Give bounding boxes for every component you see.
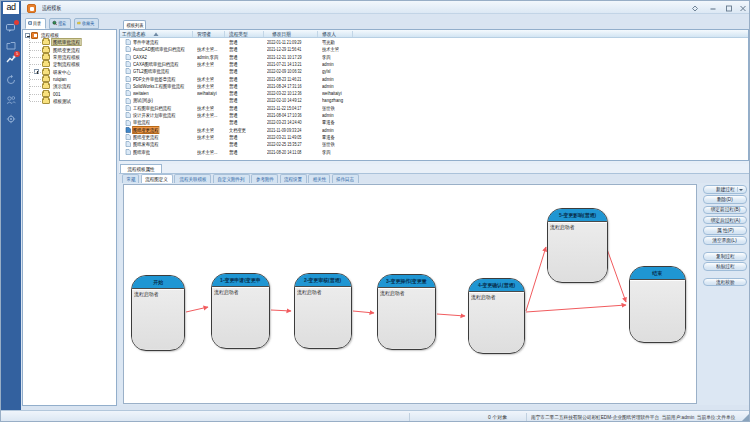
flow-arrow: [186, 307, 208, 312]
table-row[interactable]: 图纸审批 技术主管... 普通 2021-08-20 14:11:08 李四: [120, 148, 748, 155]
column-separator: [192, 31, 193, 37]
flow-node-body: 流程启动者: [132, 289, 184, 349]
workflow-icon: [125, 98, 131, 104]
folder-icon: [42, 54, 50, 60]
tree-item[interactable]: 演示流程: [42, 83, 74, 90]
page-title: 流程模板: [42, 4, 61, 13]
sidebar-icon[interactable]: [5, 113, 17, 125]
designer-button[interactable]: 复制过程: [703, 252, 747, 261]
table-row[interactable]: weitaien weihaitaiyi 普通 2022-03-22 10:12…: [120, 89, 748, 96]
folder-icon: [42, 76, 50, 82]
table-row[interactable]: GTL2图纸审批流程 普通 2022-02-09 10:06:32 gylsl: [120, 67, 748, 74]
column-header-type[interactable]: 流程类型: [229, 31, 248, 38]
column-header-name[interactable]: 工作流名称: [122, 31, 145, 38]
flow-node-header: 5-变更影响(普通): [548, 209, 607, 222]
column-header-date[interactable]: 修改日期: [272, 31, 291, 38]
close-button[interactable]: [739, 5, 747, 12]
designer-buttons: 新建过程 删除(D) 绑定前过程(B) 绑定后过程(A) 属 性(P) 清空界面…: [703, 185, 749, 288]
flow-node[interactable]: 4-变更确认(普通) 流程启动者: [468, 278, 525, 354]
properties-tab[interactable]: 流程图定义: [141, 174, 173, 184]
properties-tab[interactable]: 流程关联模板: [174, 174, 211, 184]
table-row[interactable]: CAXA图纸审批归档流程 技术主管 普通 2021-07-21 14:13:21…: [120, 60, 748, 67]
flow-node-body: 流程启动者: [295, 287, 351, 347]
table-row[interactable]: 工程图审批归档流程 技术主管 普通 2021-11-22 15:04:17 张世…: [120, 104, 748, 111]
collapse-expander-icon[interactable]: [25, 33, 30, 38]
flow-canvas[interactable]: 开始 流程启动者 1-变更申请(变更申 流程启动者 2-变更审核(普通): [123, 184, 697, 404]
flow-node-body: 流程启动者: [548, 222, 607, 281]
designer-button[interactable]: 清空界面(L): [703, 236, 747, 245]
properties-tab[interactable]: 自定义附件列: [213, 174, 250, 184]
table-row[interactable]: 设计开发计划审批流程 技术主管... 普通 2021-08-04 17:10:3…: [120, 111, 748, 118]
designer-button[interactable]: 粘贴过程: [703, 262, 747, 271]
left-panel-tab[interactable]: 收藏夹: [74, 18, 99, 29]
table-row[interactable]: SolidWorks工程图审批流程 技术主管 普通 2021-08-24 17:…: [120, 82, 748, 89]
company-status-text: 南宁市二零二五科技有限公司彩虹EDM-企业图纸管理软件平台 当前用户:admin…: [531, 414, 735, 420]
flow-arrow: [526, 305, 626, 312]
designer-button[interactable]: 属 性(P): [703, 226, 747, 235]
flow-arrow: [353, 311, 374, 313]
resize-grip[interactable]: [742, 414, 749, 421]
table-row[interactable]: 图纸变更流程 技术主管 文档变更 2021-11-09 09:33:24 adm…: [120, 126, 748, 133]
flow-node-body: [630, 280, 685, 341]
table-row[interactable]: 图纸变更流程 技术主管 普通 2022-03-21 11:49:05 覃道备: [120, 133, 748, 140]
properties-tab[interactable]: 常规: [122, 174, 139, 184]
column-header-manager[interactable]: 管理者: [197, 31, 211, 38]
properties-tab-strip: 常规 流程图定义 流程关联模板 自定义附件列 参考附件 流程设置 相关性 操作日…: [119, 173, 749, 184]
flow-node-body: 流程启动者: [378, 288, 435, 348]
table-row[interactable]: PDF文件审批签章流程 技术主管 普通 2021-08-23 11:46:21 …: [120, 75, 748, 82]
flow-node[interactable]: 5-变更影响(普通) 流程启动者: [547, 208, 608, 283]
sidebar-icon[interactable]: 5: [5, 53, 17, 65]
sidebar: ad 5: [1, 1, 21, 422]
flow-node[interactable]: 1-变更申请(变更申 流程启动者: [211, 273, 270, 349]
workflow-icon: [125, 68, 131, 74]
minimize-button[interactable]: [709, 5, 717, 12]
properties-tab[interactable]: 操作日志: [332, 174, 359, 184]
left-panel-tab[interactable]: 目录: [25, 18, 46, 29]
folder-icon: [42, 61, 50, 67]
directory-tree: 流程模板 图纸审批流程 图纸变更流程 常用流程模板 定制流程模板 研发中心 ru…: [22, 29, 117, 406]
column-separator: [352, 31, 353, 37]
workflow-icon: [125, 83, 131, 89]
flow-node-header: 1-变更申请(变更申: [212, 274, 269, 287]
properties-tab[interactable]: 相关性: [308, 174, 330, 184]
flow-node[interactable]: 3-变更操作(变更量 流程启动者: [377, 274, 436, 350]
properties-tab[interactable]: 参考附件: [251, 174, 278, 184]
sidebar-icon[interactable]: [5, 74, 17, 86]
designer-button[interactable]: 新建过程: [703, 185, 747, 194]
float-window-button[interactable]: [691, 5, 699, 12]
tab-template-list[interactable]: 模板列表: [123, 20, 146, 30]
flow-node-header: 开始: [132, 276, 184, 289]
table-row[interactable]: 测试(同步) 普通 2022-02-10 14:49:12 hangzhang: [120, 97, 748, 104]
properties-tab[interactable]: 流程设置: [280, 174, 307, 184]
column-header-modifier[interactable]: 修改人: [322, 31, 336, 38]
table-row[interactable]: 零件申请流程 普通 2022-01-11 21:09:29 韦光勤: [120, 38, 748, 45]
flow-node[interactable]: 开始 流程启动者: [131, 275, 185, 351]
flow-node-body: 流程启动者: [469, 292, 524, 352]
table-header: 工作流名称 管理者 流程类型 修改日期 修改人: [120, 30, 748, 38]
flow-node[interactable]: 结束: [629, 266, 686, 343]
designer-button[interactable]: 删除(D): [703, 195, 747, 204]
table-row[interactable]: 图纸发布流程 普通 2022-02-25 15:35:27 张世铁: [120, 140, 748, 147]
workflow-icon: [125, 46, 131, 52]
sidebar-icon[interactable]: [5, 94, 17, 106]
designer-button[interactable]: 绑定后过程(A): [703, 216, 747, 225]
sidebar-icon[interactable]: [5, 22, 17, 34]
column-separator: [317, 31, 318, 37]
status-separator: [409, 413, 410, 422]
table-row[interactable]: CAXA2 admin,李四 普通 2021-12-21 10:17:29 李四: [120, 53, 748, 60]
table-row[interactable]: 审批流程 普通 2022-03-23 14:24:40 覃道备: [120, 119, 748, 126]
tree-item[interactable]: 定制流程模板: [42, 61, 84, 68]
tree-item[interactable]: 图纸审批流程: [42, 39, 84, 46]
workflow-icon: [125, 141, 131, 147]
folder-icon: [42, 83, 50, 89]
flow-node-header: 3-变更操作(变更量: [378, 275, 435, 288]
column-separator: [263, 31, 264, 37]
designer-button[interactable]: 流程校验: [703, 278, 747, 287]
left-panel-tab[interactable]: 搜索: [49, 18, 71, 29]
maximize-button[interactable]: [725, 5, 733, 12]
table-row[interactable]: AutoCAD图纸审批归档流程 技术主管... 普通 2021-12-29 11…: [120, 45, 748, 52]
app-logo[interactable]: ad: [3, 2, 19, 14]
designer-button[interactable]: 绑定前过程(B): [703, 206, 747, 215]
tree-item[interactable]: 模板测试: [42, 97, 74, 104]
flow-node[interactable]: 2-变更审核(普通) 流程启动者: [294, 273, 352, 349]
